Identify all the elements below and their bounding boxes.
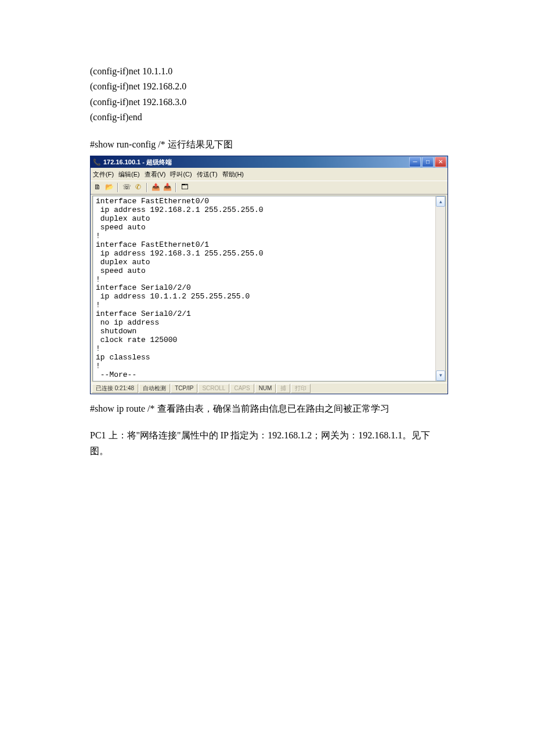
app-icon: 📞 (93, 158, 101, 166)
close-button[interactable]: ✕ (435, 157, 446, 167)
config-line: (config-if)net 10.1.1.0 (90, 64, 444, 79)
scrollbar[interactable]: ▴ ▾ (435, 196, 445, 381)
config-line: (config-if)end (90, 110, 444, 125)
config-line: (config-if)net 192.168.3.0 (90, 95, 444, 110)
scroll-up-icon[interactable]: ▴ (436, 196, 445, 207)
status-autodetect: 自动检测 (139, 384, 170, 393)
status-print: 打印 (291, 384, 311, 393)
show-run-line: #show run-config /* 运行结果见下图 (90, 137, 444, 152)
status-connected: 已连接 0:21:48 (92, 384, 138, 393)
document-page: (config-if)net 10.1.1.0 (config-if)net 1… (0, 0, 534, 756)
maximize-button[interactable]: □ (422, 157, 434, 167)
menu-file[interactable]: 文件(F) (93, 169, 114, 179)
client-area: interface FastEthernet0/0 ip address 192… (91, 195, 448, 383)
disconnect-icon[interactable]: ✆ (134, 183, 143, 192)
status-num: NUM (255, 384, 276, 393)
menu-view[interactable]: 查看(V) (145, 169, 166, 179)
properties-icon[interactable]: 🗔 (180, 183, 189, 192)
status-capture: 捕 (276, 384, 290, 393)
menubar: 文件(F) 编辑(E) 查看(V) 呼叫(C) 传送(T) 帮助(H) (91, 168, 448, 181)
show-route-line: #show ip route /* 查看路由表，确保当前路由信息已在路由之间被正… (90, 401, 444, 416)
scroll-down-icon[interactable]: ▾ (436, 370, 445, 381)
statusbar: 已连接 0:21:48 自动检测 TCP/IP SCROLL CAPS NUM … (91, 383, 448, 394)
window-title: 172.16.100.1 - 超级终端 (103, 157, 172, 167)
status-scroll: SCROLL (198, 384, 229, 393)
status-tcpip: TCP/IP (171, 384, 197, 393)
menu-edit[interactable]: 编辑(E) (118, 169, 140, 179)
menu-call[interactable]: 呼叫(C) (170, 169, 192, 179)
menu-help[interactable]: 帮助(H) (222, 169, 244, 179)
pc1-line: PC1 上：将"网络连接"属性中的 IP 指定为：192.168.1.2；网关为… (90, 428, 444, 459)
new-icon[interactable]: 🗎 (93, 183, 102, 192)
titlebar[interactable]: 📞 172.16.100.1 - 超级终端 ─ □ ✕ (91, 156, 448, 168)
connect-icon[interactable]: ☏ (122, 183, 131, 192)
menu-transfer[interactable]: 传送(T) (197, 169, 218, 179)
toolbar: 🗎 📂 ☏ ✆ 📤 📥 🗔 (91, 181, 448, 195)
minimize-button[interactable]: ─ (409, 157, 421, 167)
send-icon[interactable]: 📤 (151, 183, 160, 192)
terminal-frame: interface FastEthernet0/0 ip address 192… (92, 196, 446, 381)
open-icon[interactable]: 📂 (104, 183, 114, 192)
terminal-output[interactable]: interface FastEthernet0/0 ip address 192… (93, 196, 435, 381)
hyperterminal-window: 📞 172.16.100.1 - 超级终端 ─ □ ✕ 文件(F) 编辑(E) … (90, 156, 448, 394)
status-caps: CAPS (230, 384, 254, 393)
config-line: (config-if)net 192.168.2.0 (90, 79, 444, 94)
receive-icon[interactable]: 📥 (163, 183, 172, 192)
